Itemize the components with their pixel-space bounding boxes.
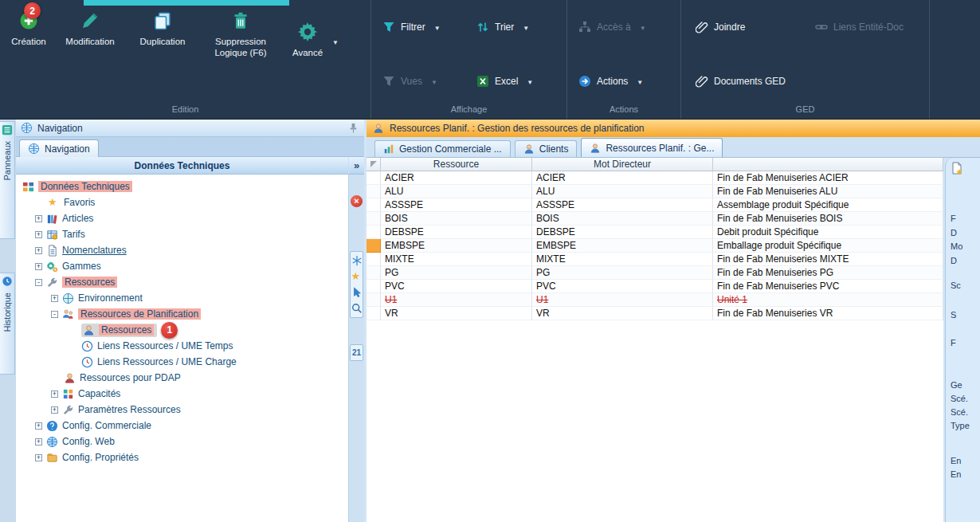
expand-plus-icon[interactable] <box>51 295 58 302</box>
liens-entite-doc-button[interactable]: Liens Entité-Doc <box>809 18 949 37</box>
expand-panel-button[interactable]: » <box>348 157 364 175</box>
expand-plus-icon[interactable] <box>35 438 42 445</box>
tree-item-ressources-pour-pdap[interactable]: Ressources pour PDAP <box>16 370 348 386</box>
tree-item-config-web[interactable]: Config. Web <box>16 434 348 449</box>
sidebar-tab-historique[interactable]: Historique <box>0 273 15 375</box>
tree-item-liens-ume-charge[interactable]: Liens Ressources / UME Charge <box>16 354 348 370</box>
cell-ressource: MIXTE <box>381 253 532 266</box>
pin-icon[interactable] <box>347 122 359 134</box>
table-row[interactable]: DEBSPE DEBSPE Debit produit Spécifique <box>367 226 943 239</box>
row-selector[interactable] <box>367 293 381 307</box>
expand-plus-icon[interactable] <box>51 391 58 398</box>
form-field-label: Ge <box>951 380 962 390</box>
row-selector[interactable] <box>367 266 381 280</box>
close-icon[interactable] <box>351 195 363 207</box>
column-header-ressource[interactable]: Ressource <box>381 158 532 171</box>
tree-item-ressources-de-planification[interactable]: Ressources de Planification <box>16 306 348 322</box>
row-selector[interactable] <box>367 171 381 185</box>
row-selector[interactable] <box>367 185 381 198</box>
acces-a-button[interactable]: Accès à <box>572 18 674 37</box>
vues-button[interactable]: Vues <box>376 72 470 91</box>
expand-plus-icon[interactable] <box>35 263 42 270</box>
documents-ged-label: Documents GED <box>714 76 786 87</box>
collapse-minus-icon[interactable] <box>35 279 42 286</box>
cell-designation: Assemblage produit Spécifique <box>713 198 943 212</box>
tree-item-gammes[interactable]: Gammes <box>16 258 348 274</box>
row-selector-active[interactable] <box>367 239 381 253</box>
globe-icon <box>62 292 74 304</box>
table-row[interactable]: ACIER ACIER Fin de Fab Menuiseries ACIER <box>367 171 943 185</box>
tree-item-config-proprietes[interactable]: Config. Propriétés <box>16 449 348 465</box>
tab-clients[interactable]: Clients <box>515 140 578 157</box>
expand-plus-icon[interactable] <box>35 247 42 254</box>
tree-item-environnement[interactable]: Environnement <box>16 290 348 306</box>
table-row[interactable]: BOIS BOIS Fin de Fab Menuiseries BOIS <box>367 212 943 226</box>
cell-designation: Unité 1 <box>713 293 943 307</box>
tree-item-liens-ume-temps[interactable]: Liens Ressources / UME Temps <box>16 338 348 354</box>
cell-designation: Fin de Fab Menuiseries PVC <box>713 280 943 293</box>
search-icon[interactable] <box>351 303 363 314</box>
table-row[interactable]: VR VR Fin de Fab Menuiseries VR <box>367 307 943 320</box>
sort-21-icon[interactable]: 21 <box>352 348 361 357</box>
expand-plus-icon[interactable] <box>35 422 42 430</box>
table-row[interactable]: ASSSPE ASSSPE Assemblage produit Spécifi… <box>367 198 943 212</box>
form-field-label: S <box>951 310 956 320</box>
tree-item-config-commerciale[interactable]: Config. Commerciale <box>16 418 348 434</box>
form-field-label: En <box>951 469 961 479</box>
joindre-button[interactable]: Joindre <box>689 18 809 37</box>
ribbon: Création Modification Duplication Suppre… <box>0 0 980 120</box>
tree-item-capacites[interactable]: Capacités <box>16 386 348 402</box>
duplication-button[interactable]: Duplication <box>131 11 194 48</box>
table-row-deleted[interactable]: U1 U1 Unité 1 <box>367 293 943 307</box>
actions-button[interactable]: Actions <box>572 72 674 91</box>
modification-button[interactable]: Modification <box>56 11 124 48</box>
excel-button[interactable]: Excel <box>470 72 564 91</box>
table-row[interactable]: PG PG Fin de Fab Menuiseries PG <box>367 266 943 280</box>
row-selector[interactable] <box>367 212 381 226</box>
tree-item-donnees-techniques[interactable]: Données Techniques <box>16 179 348 194</box>
sidebar-tab-panneaux[interactable]: Panneaux <box>0 121 15 239</box>
expand-plus-icon[interactable] <box>35 454 42 461</box>
expand-plus-icon[interactable] <box>35 231 42 238</box>
table-row-selected[interactable]: EMBSPE EMBSPE Emballage produit Spécifiq… <box>367 239 943 253</box>
tree-side-toolbar: 21 <box>348 175 364 522</box>
historique-label: Historique <box>2 292 12 332</box>
row-selector[interactable] <box>367 280 381 293</box>
table-row[interactable]: MIXTE MIXTE Fin de Fab Menuiseries MIXTE <box>367 253 943 266</box>
tab-navigation[interactable]: Navigation <box>19 139 99 157</box>
expand-plus-icon[interactable] <box>35 215 42 222</box>
tree-item-articles[interactable]: Articles <box>16 210 348 226</box>
trier-button[interactable]: Trier <box>470 18 564 37</box>
snowflake-icon[interactable] <box>351 255 363 266</box>
tree-item-ressources[interactable]: Ressources <box>16 274 348 290</box>
tree-item-tarifs[interactable]: Tarifs <box>16 226 348 242</box>
tab-ressources-planif[interactable]: Ressources Planif. : Ge... <box>581 138 723 157</box>
favorites-star-icon[interactable] <box>351 271 363 282</box>
copy-icon <box>153 11 172 30</box>
filtrer-button[interactable]: Filtrer <box>376 18 470 37</box>
avance-button[interactable]: Avancé <box>287 22 339 59</box>
pointer-icon[interactable] <box>351 287 363 298</box>
row-selector[interactable] <box>367 307 381 320</box>
row-selector[interactable] <box>367 198 381 212</box>
column-header-mot-directeur[interactable]: Mot Directeur <box>532 158 713 171</box>
table-row[interactable]: PVC PVC Fin de Fab Menuiseries PVC <box>367 280 943 293</box>
row-selector[interactable] <box>367 253 381 266</box>
tree-item-favoris[interactable]: Favoris <box>16 194 348 210</box>
cell-mot-directeur: BOIS <box>532 212 713 226</box>
suppression-button[interactable]: Suppression Logique (F6) <box>201 11 280 59</box>
table-row[interactable]: ALU ALU Fin de Fab Menuiseries ALU <box>367 185 943 198</box>
collapse-minus-icon[interactable] <box>51 311 58 318</box>
expand-plus-icon[interactable] <box>51 406 58 414</box>
tree-item-nomenclatures[interactable]: Nomenclatures <box>16 242 348 258</box>
tree-item-label: Ressources pour PDAP <box>80 372 181 383</box>
tree-item-parametres-ressources[interactable]: Paramètres Ressources <box>16 402 348 418</box>
column-header-designation[interactable] <box>713 158 943 171</box>
tab-gestion-commerciale[interactable]: Gestion Commerciale ... <box>374 140 511 157</box>
row-selector[interactable] <box>367 226 381 239</box>
documents-ged-button[interactable]: Documents GED <box>689 72 809 91</box>
tree-item-ressources-selected[interactable]: Ressources 1 <box>16 322 348 338</box>
tree-item-label: Config. Propriétés <box>62 452 139 463</box>
vues-label: Vues <box>401 76 422 87</box>
document-title-bar: Ressources Planif. : Gestion des ressour… <box>367 120 980 137</box>
